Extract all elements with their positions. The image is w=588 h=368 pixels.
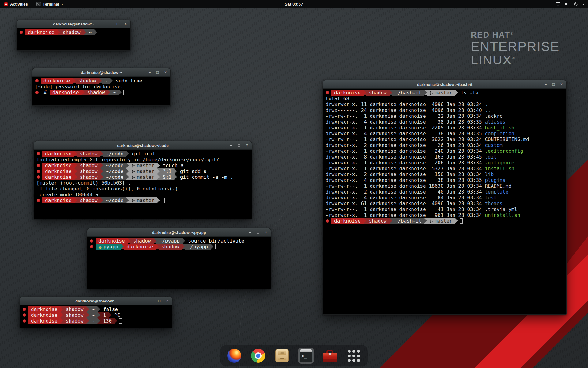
window-minimize-button[interactable]: –	[148, 71, 152, 74]
terminal-text: .travis.yml	[485, 206, 517, 212]
prompt-segment-host: shadow	[63, 306, 86, 312]
window-close-button[interactable]: ×	[560, 82, 564, 86]
clock-button[interactable]: Sat 03:57	[285, 2, 303, 6]
prompt-segment-mark: S:1	[160, 174, 174, 180]
window-maximize-button[interactable]: □	[552, 82, 556, 86]
dock-toolbox-icon[interactable]	[322, 348, 338, 364]
window-titlebar[interactable]: darknoise@shadow:~/pyapp – □ ×	[87, 228, 271, 237]
prompt-segment-path: ~/bash-it	[392, 218, 424, 224]
terminal-text: CONTRIBUTING.md	[485, 136, 529, 142]
prompt-icon	[35, 79, 39, 82]
powerline-separator	[100, 174, 103, 180]
dock-firefox-icon[interactable]	[226, 348, 242, 364]
window-close-button[interactable]: ×	[245, 144, 249, 147]
desktop: RED HAT® ENTERPRISE LINUX® Activities Te…	[0, 0, 588, 368]
prompt-segment-git: master	[427, 218, 455, 224]
window-maximize-button[interactable]: □	[237, 144, 241, 147]
registered-mark: ®	[511, 32, 514, 35]
terminal-window[interactable]: darknoise@shadow:~ – □ × darknoiseshadow…	[32, 68, 171, 106]
prompt-segment-path: ~/code	[103, 174, 126, 180]
window-title: darknoise@shadow:~	[81, 70, 122, 75]
terminal-window[interactable]: darknoise@shadow:~ – □ × darknoiseshadow…	[20, 297, 172, 328]
terminal-content[interactable]: darknoiseshadow~ sudo true[sudo] passwor…	[32, 77, 170, 105]
terminal-content[interactable]: darknoiseshadow~/bash-itmaster ls -latot…	[323, 89, 566, 314]
terminal-cursor	[99, 30, 102, 35]
powerline-separator	[211, 244, 213, 249]
window-minimize-button[interactable]: –	[149, 299, 153, 303]
terminal-text: drwx------. 24 darknoise darknoise 4096 …	[326, 107, 485, 113]
terminal-cursor	[123, 90, 126, 95]
terminal-content[interactable]: darknoiseshadow~/pyapp source bin/activa…	[87, 237, 271, 289]
powerline-separator	[424, 90, 427, 95]
powerline-separator	[109, 312, 111, 318]
powerline-separator	[455, 218, 458, 224]
window-titlebar[interactable]: darknoise@shadow:~ – □ ×	[32, 68, 170, 77]
window-close-button[interactable]: ×	[264, 231, 268, 234]
terminal-line: darknoiseshadow~/code git init	[36, 151, 249, 157]
terminal-text: -rw-rw-r--. 1 darknoise darknoise 3622 J…	[326, 136, 485, 142]
prompt-icon	[37, 170, 40, 173]
dock-terminal-icon[interactable]	[298, 348, 314, 364]
system-status-area[interactable]: ▾	[556, 2, 588, 6]
prompt-segment-user: darknoise	[331, 90, 364, 96]
window-titlebar[interactable]: darknoise@shadow:~ – □ ×	[17, 20, 130, 28]
terminal-line: pyappdarknoiseshadow~/pyapp	[90, 244, 268, 250]
window-minimize-button[interactable]: –	[229, 144, 233, 147]
terminal-content[interactable]: darknoiseshadow~	[17, 28, 130, 50]
terminal-text: -rwxrwxr-x. 1 darknoise darknoise 5327 J…	[326, 166, 485, 171]
terminal-content[interactable]: darknoiseshadow~ falsedarknoiseshadow~1 …	[20, 305, 172, 328]
window-minimize-button[interactable]: –	[248, 231, 252, 234]
terminal-window[interactable]: darknoise@shadow:~ – □ × darknoiseshadow…	[17, 20, 131, 51]
activities-button[interactable]: Activities	[2, 0, 29, 8]
terminal-line: create mode 100644 a	[36, 192, 249, 197]
window-minimize-button[interactable]: –	[108, 22, 112, 26]
top-bar: Activities Terminal ▾ Sat 03:57 ▾	[0, 0, 588, 8]
terminal-content[interactable]: darknoiseshadow~/code git initInitialize…	[34, 150, 252, 219]
activities-label: Activities	[10, 2, 28, 6]
terminal-window[interactable]: darknoise@shadow:~/pyapp – □ × darknoise…	[87, 228, 271, 289]
window-minimize-button[interactable]: –	[544, 82, 548, 86]
prompt-segment-mark: ?:1	[160, 168, 174, 174]
powerline-separator	[364, 218, 366, 224]
window-titlebar[interactable]: darknoise@shadow:~/bash-it – □ ×	[323, 80, 566, 89]
prompt-segment-host: shadow	[77, 151, 100, 157]
git-branch-icon	[132, 164, 135, 168]
dock-chrome-icon[interactable]	[250, 348, 266, 364]
terminal-text: -rwxrwxr-x. 1 darknoise darknoise 240 Ja…	[326, 148, 485, 154]
prompt-segment-host: shadow	[77, 168, 100, 174]
prompt-segment-venv: pyapp	[96, 244, 121, 250]
powerline-separator	[128, 238, 130, 243]
powerline-separator	[390, 218, 392, 224]
terminal-text: -rw-rw-r--. 1 darknoise darknoise 18630 …	[326, 183, 485, 189]
terminal-line: -rwxrwxr-x. 1 darknoise darknoise 5327 J…	[326, 166, 564, 171]
app-menu[interactable]: Terminal ▾	[35, 0, 64, 8]
powerline-separator	[94, 29, 97, 35]
dock-appgrid-icon[interactable]	[346, 348, 362, 364]
window-close-button[interactable]: ×	[165, 299, 169, 303]
terminal-line: [master (root-commit) 50bcb63] .	[36, 180, 249, 186]
wordmark-redhat: RED HAT®	[471, 31, 560, 40]
terminal-text: false	[100, 306, 118, 312]
powerline-separator	[73, 78, 76, 83]
dock-files-icon[interactable]	[274, 348, 290, 364]
terminal-text: completion	[485, 131, 514, 136]
window-close-button[interactable]: ×	[164, 71, 168, 74]
terminal-text: ls -la	[458, 90, 478, 96]
prompt-segment-user: darknoise	[331, 218, 364, 224]
window-close-button[interactable]: ×	[124, 22, 128, 26]
terminal-window[interactable]: darknoise@shadow:~/code – □ × darknoises…	[34, 141, 252, 219]
window-titlebar[interactable]: darknoise@shadow:~/code – □ ×	[34, 141, 252, 150]
powerline-separator	[100, 163, 103, 168]
prompt-segment-user: darknoise	[42, 174, 74, 180]
window-titlebar[interactable]: darknoise@shadow:~ – □ ×	[20, 297, 172, 305]
window-maximize-button[interactable]: □	[156, 71, 160, 74]
terminal-window[interactable]: darknoise@shadow:~/bash-it – □ × darknoi…	[323, 80, 567, 315]
terminal-text: .gitignore	[485, 160, 514, 166]
window-maximize-button[interactable]: □	[116, 22, 120, 26]
window-maximize-button[interactable]: □	[256, 231, 260, 234]
prompt-segment-git: master	[129, 168, 157, 174]
prompt-segment-host: shadow	[63, 312, 86, 318]
powerline-separator	[154, 238, 156, 243]
window-maximize-button[interactable]: □	[157, 299, 161, 303]
terminal-text: .git	[485, 154, 497, 160]
